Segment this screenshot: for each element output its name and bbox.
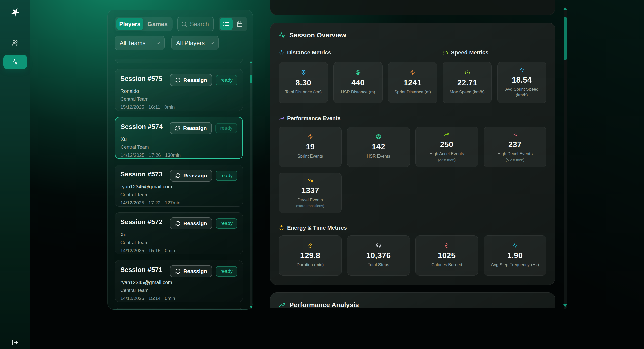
session-meta: 14/12/202515:140min: [120, 296, 237, 301]
performance-events-header: Performance Events: [279, 115, 546, 122]
metric-card-avg-step-frequency: 1.90 Avg Step Frequency (Hz): [484, 235, 546, 276]
main-scroll-area[interactable]: Session Overview Distance Metrics Speed …: [270, 0, 555, 308]
calendar-icon: [237, 21, 243, 27]
trending-down-icon: [512, 132, 517, 137]
chevron-down-icon: [156, 41, 161, 46]
sidebar-item-sessions-active[interactable]: [3, 55, 27, 69]
players-filter-value: All Players: [176, 40, 205, 47]
search-box[interactable]: [177, 17, 214, 31]
session-card[interactable]: Session #573 Reassign ready ryan12345@gm…: [115, 165, 243, 207]
logout-button[interactable]: [12, 339, 18, 346]
session-meta: 14/12/202515:150min: [120, 248, 237, 253]
trending-up-icon: [444, 132, 449, 137]
reassign-button[interactable]: Reassign: [170, 122, 212, 134]
teams-filter-select[interactable]: All Teams: [115, 36, 165, 50]
scroll-down-arrow-icon[interactable]: [563, 304, 567, 307]
target-icon: [376, 134, 381, 139]
metric-card-total-distance: 8.30 Total Distance (km): [279, 62, 328, 103]
metric-card-total-steps: 10,376 Total Steps: [347, 235, 410, 276]
session-card-partial[interactable]: [115, 59, 243, 63]
tab-games[interactable]: Games: [144, 18, 171, 30]
session-title: Session #573: [120, 170, 162, 178]
reassign-button[interactable]: Reassign: [170, 265, 212, 277]
refresh-icon: [175, 125, 180, 131]
metric-card-high-accel-events: 250 High Accel Events (≥2.5 m/s²): [415, 127, 478, 167]
session-team: Central Team: [120, 240, 237, 245]
session-list-scroll-thumb[interactable]: [250, 75, 252, 83]
tab-players[interactable]: Players: [116, 18, 143, 30]
players-filter-select[interactable]: All Players: [171, 36, 219, 50]
metric-card-hsr-distance: 440 HSR Distance (m): [333, 62, 383, 103]
view-tabs: Players Games: [115, 17, 173, 31]
speed-metrics-header: Speed Metrics: [443, 49, 546, 56]
session-card[interactable]: Session #575 Reassign ready Ronaldo Cent…: [115, 69, 243, 111]
metric-card-high-decel-events: 237 High Decel Events (≤-2.5 m/s²): [484, 127, 546, 167]
chevron-down-icon: [210, 41, 215, 46]
session-list-scrollbar[interactable]: [250, 61, 252, 309]
energy-time-metrics-header: Energy & Time Metrics: [279, 225, 546, 231]
metric-card-duration: 129.8 Duration (min): [279, 235, 342, 276]
session-player: ryan12345@gmail.com: [120, 280, 237, 285]
zap-icon: [308, 134, 313, 139]
zap-icon: [410, 70, 415, 75]
session-card-selected[interactable]: Session #574 Reassign ready Xu Central T…: [115, 117, 243, 159]
app-root: Players Games: [0, 0, 644, 349]
list-view-button[interactable]: [220, 18, 233, 30]
metric-card-sprint-events: 19 Sprint Events: [279, 127, 342, 167]
activity-icon: [279, 32, 286, 39]
session-player: ryan12345@gmail.com: [120, 184, 237, 190]
trending-down-icon: [308, 178, 313, 183]
reassign-button[interactable]: Reassign: [170, 74, 212, 86]
metric-card-decel-events: 1337 Decel Events (state transitions): [279, 173, 342, 213]
view-mode-toggle: [219, 17, 247, 31]
session-team: Central Team: [120, 96, 237, 102]
scroll-up-arrow-icon[interactable]: [563, 7, 567, 10]
session-card[interactable]: Session #571 Reassign ready ryan12345@gm…: [115, 260, 243, 302]
activity-icon: [519, 67, 524, 72]
overview-title: Session Overview: [289, 31, 346, 39]
search-input[interactable]: [190, 21, 210, 28]
main-scroll-thumb[interactable]: [564, 17, 567, 60]
sidebar-item-players[interactable]: [12, 39, 19, 46]
gauge-icon: [443, 50, 448, 55]
status-badge: ready: [216, 218, 237, 229]
session-list[interactable]: Session #575 Reassign ready Ronaldo Cent…: [108, 59, 253, 310]
users-icon: [12, 39, 19, 46]
status-badge: ready: [216, 266, 237, 277]
metric-card-max-speed: 22.71 Max Speed (km/h): [443, 62, 492, 103]
flame-icon: [444, 243, 449, 248]
map-pin-icon: [279, 50, 284, 55]
sidebar: [0, 0, 30, 349]
metric-card-calories: 1025 Calories Burned: [415, 235, 478, 276]
distance-metrics-header: Distance Metrics: [279, 49, 437, 56]
refresh-icon: [175, 173, 181, 178]
session-team: Central Team: [120, 288, 237, 293]
status-badge: ready: [216, 171, 237, 181]
app-logo-icon[interactable]: [10, 7, 20, 17]
reassign-button[interactable]: Reassign: [170, 170, 212, 182]
log-out-icon: [12, 339, 18, 346]
scroll-up-arrow-icon[interactable]: [250, 61, 253, 63]
session-meta: 14/12/202517:22127min: [120, 200, 237, 206]
calendar-view-button[interactable]: [234, 18, 246, 30]
target-icon: [356, 70, 361, 75]
list-icon: [223, 21, 229, 27]
performance-analysis-card: Performance Analysis: [270, 292, 555, 308]
sessions-panel: Players Games: [107, 10, 253, 310]
search-icon: [181, 21, 187, 27]
scroll-down-arrow-icon[interactable]: [250, 306, 253, 308]
session-title: Session #575: [120, 74, 162, 83]
session-title: Session #571: [120, 265, 162, 274]
refresh-icon: [175, 268, 181, 274]
map-pin-icon: [301, 70, 306, 75]
analysis-title: Performance Analysis: [289, 301, 359, 308]
session-card-partial[interactable]: [115, 308, 243, 310]
reassign-button[interactable]: Reassign: [170, 217, 212, 229]
status-badge: ready: [216, 75, 237, 85]
session-player: Xu: [121, 136, 237, 142]
session-meta: 15/12/202516:110min: [120, 104, 237, 110]
refresh-icon: [175, 221, 181, 226]
session-card[interactable]: Session #572 Reassign ready Xu Central T…: [115, 212, 243, 254]
footprints-icon: [376, 243, 381, 248]
session-title: Session #574: [121, 122, 163, 131]
